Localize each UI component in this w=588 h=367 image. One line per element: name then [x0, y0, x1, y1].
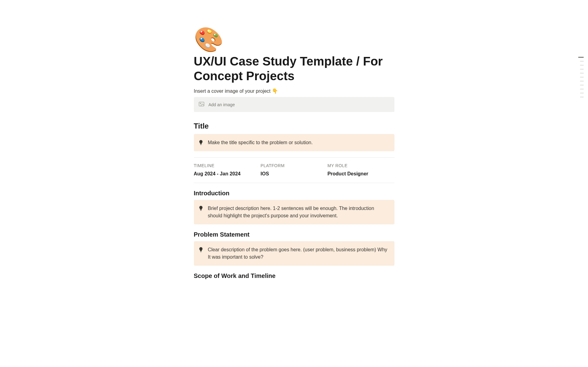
scope-heading[interactable]: Scope of Work and Timeline — [194, 272, 394, 279]
svg-point-1 — [200, 103, 201, 104]
role-value: Product Designer — [327, 171, 394, 177]
platform-value: IOS — [261, 171, 327, 177]
meta-platform[interactable]: PLATFORM IOS — [261, 163, 327, 177]
minimap-tick[interactable] — [580, 97, 584, 97]
minimap-tick[interactable] — [578, 57, 584, 58]
problem-callout-text: Clear description of the problem goes he… — [208, 246, 390, 261]
introduction-callout-text: Brief project description here. 1-2 sent… — [208, 205, 390, 219]
role-label: MY ROLE — [327, 163, 394, 168]
divider — [194, 183, 394, 183]
minimap-tick[interactable] — [580, 81, 584, 81]
minimap-tick[interactable] — [580, 85, 584, 85]
lightbulb-icon — [198, 247, 204, 252]
problem-heading[interactable]: Problem Statement — [194, 231, 394, 238]
introduction-heading[interactable]: Introduction — [194, 190, 394, 197]
page-minimap[interactable] — [578, 57, 584, 97]
title-callout-text: Make the title specific to the problem o… — [208, 139, 313, 146]
image-icon — [198, 101, 205, 108]
platform-label: PLATFORM — [261, 163, 327, 168]
add-image-label: Add an image — [209, 102, 235, 107]
lightbulb-icon — [198, 140, 204, 145]
minimap-tick[interactable] — [580, 73, 584, 73]
title-heading[interactable]: Title — [194, 122, 394, 130]
minimap-tick[interactable] — [580, 89, 584, 89]
introduction-callout[interactable]: Brief project description here. 1-2 sent… — [194, 200, 394, 224]
minimap-tick[interactable] — [580, 61, 584, 62]
title-callout[interactable]: Make the title specific to the problem o… — [194, 134, 394, 151]
divider — [194, 157, 394, 158]
svg-rect-0 — [199, 102, 204, 106]
page-title[interactable]: UX/UI Case Study Template / For Concept … — [194, 54, 394, 83]
lightbulb-icon — [198, 205, 204, 211]
problem-callout[interactable]: Clear description of the problem goes he… — [194, 241, 394, 266]
document-page: 🎨 UX/UI Case Study Template / For Concep… — [194, 0, 394, 279]
timeline-value: Aug 2024 - Jan 2024 — [194, 171, 261, 177]
cover-instruction-text[interactable]: Insert a cover image of your project 👇 — [194, 88, 394, 94]
minimap-tick[interactable] — [580, 77, 584, 77]
minimap-tick[interactable] — [580, 65, 584, 66]
meta-timeline[interactable]: TIMELINE Aug 2024 - Jan 2024 — [194, 163, 261, 177]
minimap-tick[interactable] — [580, 93, 584, 93]
minimap-tick[interactable] — [580, 69, 584, 69]
timeline-label: TIMELINE — [194, 163, 261, 168]
add-image-block[interactable]: Add an image — [194, 97, 394, 112]
meta-row: TIMELINE Aug 2024 - Jan 2024 PLATFORM IO… — [194, 163, 394, 177]
page-icon[interactable]: 🎨 — [194, 28, 394, 51]
meta-role[interactable]: MY ROLE Product Designer — [327, 163, 394, 177]
